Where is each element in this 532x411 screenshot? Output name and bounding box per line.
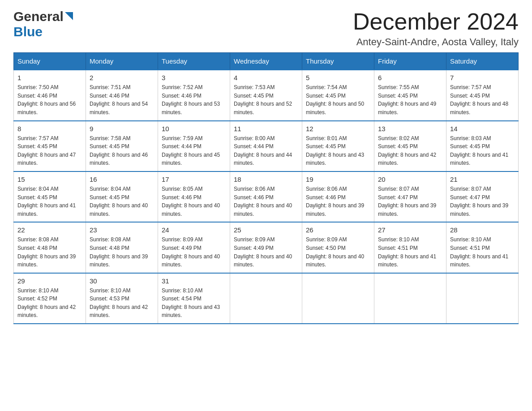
- calendar-cell: [446, 273, 519, 324]
- weekday-header-monday: Monday: [86, 53, 158, 70]
- calendar-week-row: 22 Sunrise: 8:08 AMSunset: 4:48 PMDaylig…: [14, 222, 519, 273]
- weekday-header-saturday: Saturday: [446, 53, 519, 70]
- weekday-header-sunday: Sunday: [14, 53, 86, 70]
- day-info: Sunrise: 8:10 AMSunset: 4:51 PMDaylight:…: [378, 236, 436, 268]
- day-number: 4: [234, 74, 298, 81]
- calendar-cell: 8 Sunrise: 7:57 AMSunset: 4:45 PMDayligh…: [14, 121, 86, 171]
- calendar-cell: 10 Sunrise: 7:59 AMSunset: 4:44 PMDaylig…: [158, 121, 230, 171]
- day-number: 30: [90, 277, 154, 285]
- calendar-cell: 3 Sunrise: 7:52 AMSunset: 4:46 PMDayligh…: [158, 70, 230, 120]
- logo-general-text: General: [13, 9, 64, 24]
- day-number: 19: [306, 176, 370, 183]
- logo-arrow-icon: [65, 12, 73, 22]
- location-title: Antey-Saint-Andre, Aosta Valley, Italy: [353, 36, 519, 48]
- day-info: Sunrise: 8:03 AMSunset: 4:45 PMDaylight:…: [450, 135, 508, 167]
- day-number: 27: [378, 226, 442, 234]
- day-number: 17: [162, 176, 226, 183]
- logo-blue-text: Blue: [13, 24, 43, 39]
- day-info: Sunrise: 8:10 AMSunset: 4:52 PMDaylight:…: [17, 287, 76, 319]
- calendar-cell: 7 Sunrise: 7:57 AMSunset: 4:45 PMDayligh…: [446, 70, 519, 120]
- day-number: 26: [306, 226, 370, 234]
- day-info: Sunrise: 8:01 AMSunset: 4:45 PMDaylight:…: [306, 135, 364, 167]
- calendar-cell: [230, 273, 302, 324]
- day-number: 3: [162, 74, 226, 81]
- calendar-cell: 18 Sunrise: 8:06 AMSunset: 4:46 PMDaylig…: [230, 171, 302, 222]
- day-info: Sunrise: 8:06 AMSunset: 4:46 PMDaylight:…: [234, 186, 292, 217]
- calendar-cell: [302, 273, 374, 324]
- day-number: 10: [162, 125, 226, 133]
- calendar-cell: 29 Sunrise: 8:10 AMSunset: 4:52 PMDaylig…: [14, 273, 86, 324]
- calendar-cell: 6 Sunrise: 7:55 AMSunset: 4:45 PMDayligh…: [374, 70, 446, 120]
- calendar-cell: 21 Sunrise: 8:07 AMSunset: 4:47 PMDaylig…: [446, 171, 519, 222]
- day-info: Sunrise: 8:09 AMSunset: 4:50 PMDaylight:…: [306, 236, 364, 268]
- calendar-cell: 13 Sunrise: 8:02 AMSunset: 4:45 PMDaylig…: [374, 121, 446, 171]
- calendar-week-row: 15 Sunrise: 8:04 AMSunset: 4:45 PMDaylig…: [14, 171, 519, 222]
- day-info: Sunrise: 7:57 AMSunset: 4:45 PMDaylight:…: [450, 84, 508, 116]
- calendar-cell: 24 Sunrise: 8:09 AMSunset: 4:49 PMDaylig…: [158, 222, 230, 273]
- day-info: Sunrise: 8:07 AMSunset: 4:47 PMDaylight:…: [450, 186, 508, 217]
- day-number: 15: [17, 176, 82, 183]
- weekday-header-wednesday: Wednesday: [230, 53, 302, 70]
- day-info: Sunrise: 8:04 AMSunset: 4:45 PMDaylight:…: [17, 186, 76, 217]
- calendar-cell: 26 Sunrise: 8:09 AMSunset: 4:50 PMDaylig…: [302, 222, 374, 273]
- weekday-header-tuesday: Tuesday: [158, 53, 230, 70]
- day-info: Sunrise: 8:00 AMSunset: 4:44 PMDaylight:…: [234, 135, 292, 167]
- day-number: 7: [450, 74, 515, 81]
- weekday-header-thursday: Thursday: [302, 53, 374, 70]
- calendar-cell: 30 Sunrise: 8:10 AMSunset: 4:53 PMDaylig…: [86, 273, 158, 324]
- day-info: Sunrise: 7:50 AMSunset: 4:46 PMDaylight:…: [17, 84, 76, 116]
- day-number: 8: [17, 125, 82, 133]
- calendar-cell: 22 Sunrise: 8:08 AMSunset: 4:48 PMDaylig…: [14, 222, 86, 273]
- day-info: Sunrise: 8:06 AMSunset: 4:46 PMDaylight:…: [306, 186, 364, 217]
- day-number: 22: [17, 226, 82, 234]
- day-number: 28: [450, 226, 515, 234]
- svg-marker-0: [65, 12, 73, 20]
- calendar-cell: 27 Sunrise: 8:10 AMSunset: 4:51 PMDaylig…: [374, 222, 446, 273]
- calendar-cell: 28 Sunrise: 8:10 AMSunset: 4:51 PMDaylig…: [446, 222, 519, 273]
- calendar-cell: [374, 273, 446, 324]
- calendar-cell: 1 Sunrise: 7:50 AMSunset: 4:46 PMDayligh…: [14, 70, 86, 120]
- day-info: Sunrise: 7:52 AMSunset: 4:46 PMDaylight:…: [162, 84, 220, 116]
- day-number: 25: [234, 226, 298, 234]
- day-number: 29: [17, 277, 82, 285]
- calendar-week-row: 29 Sunrise: 8:10 AMSunset: 4:52 PMDaylig…: [14, 273, 519, 324]
- day-number: 24: [162, 226, 226, 234]
- day-number: 9: [90, 125, 154, 133]
- calendar-cell: 14 Sunrise: 8:03 AMSunset: 4:45 PMDaylig…: [446, 121, 519, 171]
- calendar-cell: 31 Sunrise: 8:10 AMSunset: 4:54 PMDaylig…: [158, 273, 230, 324]
- day-number: 1: [17, 74, 82, 81]
- calendar-cell: 5 Sunrise: 7:54 AMSunset: 4:45 PMDayligh…: [302, 70, 374, 120]
- day-info: Sunrise: 8:02 AMSunset: 4:45 PMDaylight:…: [378, 135, 436, 167]
- title-section: December 2024 Antey-Saint-Andre, Aosta V…: [353, 9, 519, 48]
- day-number: 16: [90, 176, 154, 183]
- calendar-cell: 23 Sunrise: 8:08 AMSunset: 4:48 PMDaylig…: [86, 222, 158, 273]
- day-number: 6: [378, 74, 442, 81]
- calendar-week-row: 1 Sunrise: 7:50 AMSunset: 4:46 PMDayligh…: [14, 70, 519, 120]
- day-number: 14: [450, 125, 515, 133]
- calendar-table: SundayMondayTuesdayWednesdayThursdayFrid…: [13, 52, 519, 324]
- day-info: Sunrise: 8:10 AMSunset: 4:54 PMDaylight:…: [162, 287, 220, 319]
- day-number: 2: [90, 74, 154, 81]
- calendar-cell: 19 Sunrise: 8:06 AMSunset: 4:46 PMDaylig…: [302, 171, 374, 222]
- day-info: Sunrise: 8:10 AMSunset: 4:51 PMDaylight:…: [450, 236, 508, 268]
- day-info: Sunrise: 8:10 AMSunset: 4:53 PMDaylight:…: [90, 287, 148, 319]
- calendar-week-row: 8 Sunrise: 7:57 AMSunset: 4:45 PMDayligh…: [14, 121, 519, 171]
- weekday-header-row: SundayMondayTuesdayWednesdayThursdayFrid…: [14, 53, 519, 70]
- day-info: Sunrise: 8:04 AMSunset: 4:45 PMDaylight:…: [90, 186, 148, 217]
- day-number: 13: [378, 125, 442, 133]
- calendar-cell: 17 Sunrise: 8:05 AMSunset: 4:46 PMDaylig…: [158, 171, 230, 222]
- calendar-cell: 20 Sunrise: 8:07 AMSunset: 4:47 PMDaylig…: [374, 171, 446, 222]
- day-number: 5: [306, 74, 370, 81]
- day-info: Sunrise: 7:55 AMSunset: 4:45 PMDaylight:…: [378, 84, 436, 116]
- day-number: 12: [306, 125, 370, 133]
- calendar-cell: 4 Sunrise: 7:53 AMSunset: 4:45 PMDayligh…: [230, 70, 302, 120]
- logo: General Blue: [13, 9, 73, 39]
- day-info: Sunrise: 7:57 AMSunset: 4:45 PMDaylight:…: [17, 135, 76, 167]
- day-info: Sunrise: 7:58 AMSunset: 4:45 PMDaylight:…: [90, 135, 148, 167]
- day-info: Sunrise: 7:59 AMSunset: 4:44 PMDaylight:…: [162, 135, 220, 167]
- day-info: Sunrise: 7:54 AMSunset: 4:45 PMDaylight:…: [306, 84, 364, 116]
- weekday-header-friday: Friday: [374, 53, 446, 70]
- day-info: Sunrise: 8:09 AMSunset: 4:49 PMDaylight:…: [162, 236, 220, 268]
- calendar-cell: 25 Sunrise: 8:09 AMSunset: 4:49 PMDaylig…: [230, 222, 302, 273]
- day-number: 23: [90, 226, 154, 234]
